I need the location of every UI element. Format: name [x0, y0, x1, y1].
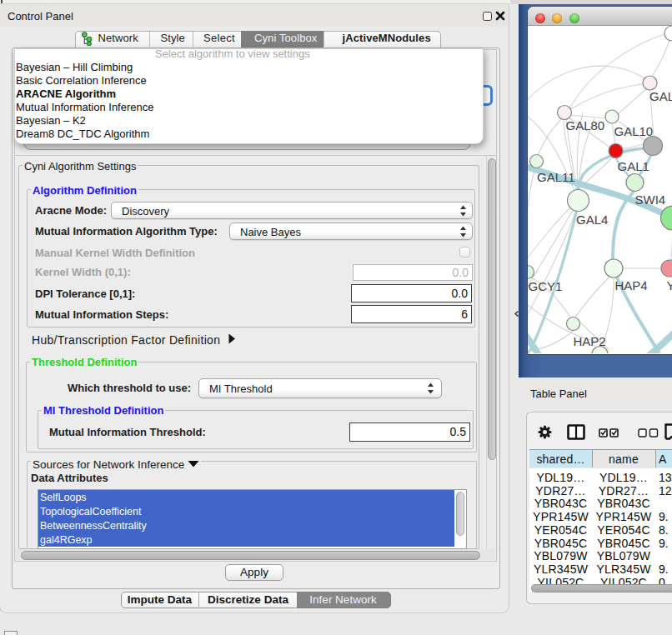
svg-text:GAL10: GAL10 [614, 124, 654, 138]
svg-text:Y: Y [667, 278, 672, 292]
svg-text:HAP4: HAP4 [615, 278, 648, 292]
svg-text:GAL7: GAL7 [649, 89, 672, 103]
svg-text:GAL4: GAL4 [576, 212, 608, 227]
svg-text:HAP2: HAP2 [574, 334, 606, 348]
svg-text:GAL80: GAL80 [566, 118, 605, 132]
svg-text:GCY1: GCY1 [529, 279, 563, 293]
svg-text:GAL11: GAL11 [537, 170, 575, 184]
svg-text:SWI4: SWI4 [635, 192, 666, 207]
svg-text:GAL1: GAL1 [618, 159, 649, 173]
